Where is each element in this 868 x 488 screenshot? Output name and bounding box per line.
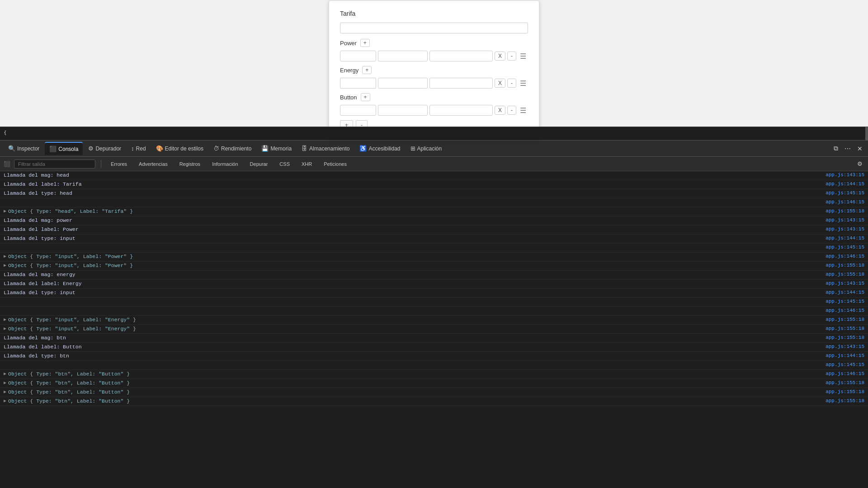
tab-accesibilidad[interactable]: ♿ Accesibilidad (355, 142, 405, 155)
filter-logs[interactable]: Registros (175, 160, 204, 168)
button-input-1[interactable] (340, 105, 376, 116)
expand-arrow[interactable]: ▶ (4, 317, 6, 322)
close-button[interactable]: ✕ (855, 143, 864, 154)
filter-errors[interactable]: Errores (107, 160, 131, 168)
more-button[interactable]: ⋯ (843, 143, 853, 154)
expand-arrow[interactable]: ▶ (4, 371, 6, 376)
expand-arrow[interactable]: ▶ (4, 380, 6, 385)
button-menu-button[interactable]: ☰ (518, 105, 528, 116)
console-source[interactable]: app.js:146:15 (826, 308, 864, 313)
console-object[interactable]: Object { Type: "input", Label: "Power" } (8, 253, 826, 259)
filter-css[interactable]: CSS (275, 160, 294, 168)
console-source[interactable]: app.js:155:18 (826, 326, 864, 331)
tab-memoria[interactable]: 💾 Memoria (257, 142, 296, 155)
energy-x-button[interactable]: X (495, 79, 505, 88)
power-input-1[interactable] (340, 51, 376, 61)
power-menu-button[interactable]: ☰ (518, 51, 528, 61)
button-input-3[interactable] (429, 105, 493, 116)
button-input-2[interactable] (378, 105, 428, 116)
console-row: ▶ Object { Type: "head", Label: "Tarifa"… (0, 207, 868, 216)
power-x-button[interactable]: X (495, 52, 505, 61)
console-object[interactable]: Object { Type: "btn", Label: "Button" } (8, 389, 826, 395)
energy-minus-button[interactable]: - (507, 79, 516, 88)
console-object[interactable]: Object { Type: "head", Label: "Tarifa" } (8, 208, 826, 214)
energy-add-button[interactable]: + (362, 66, 372, 74)
expand-arrow[interactable]: ▶ (4, 253, 6, 259)
console-row: Llamada del mag: head app.js:143:15 (0, 171, 868, 180)
console-source[interactable]: app.js:146:15 (826, 199, 864, 205)
console-message: Llamada del type: btn (4, 353, 826, 359)
filter-xhr[interactable]: XHR (297, 160, 316, 168)
power-input-3[interactable] (429, 51, 493, 61)
power-add-button[interactable]: + (360, 39, 370, 47)
console-source[interactable]: app.js:144:15 (826, 290, 864, 295)
console-source[interactable]: app.js:143:15 (826, 344, 864, 349)
console-source[interactable]: app.js:155:18 (826, 389, 864, 394)
tab-rendimiento[interactable]: ⏱ Rendimiento (209, 142, 256, 155)
button-minus-button[interactable]: - (507, 106, 516, 115)
console-row: app.js:145:15 (0, 244, 868, 253)
console-source[interactable]: app.js:145:15 (826, 190, 864, 196)
console-source[interactable]: app.js:143:15 (826, 172, 864, 178)
console-source[interactable]: app.js:155:18 (826, 398, 864, 404)
rendimiento-icon: ⏱ (213, 145, 219, 152)
scroll-bar[interactable] (865, 127, 868, 140)
energy-input-2[interactable] (378, 78, 428, 89)
console-source[interactable]: app.js:144:15 (826, 181, 864, 187)
tab-almacenamiento[interactable]: 🗄 Almacenamiento (297, 142, 354, 155)
tab-depurador[interactable]: ⚙ Depurador (84, 142, 126, 155)
button-x-button[interactable]: X (495, 106, 505, 115)
console-object[interactable]: Object { Type: "input", Label: "Energy" … (8, 326, 826, 332)
preview-area: Tarifa Power + X - ☰ Energy + X - ☰ (0, 0, 868, 140)
console-filter-input[interactable] (14, 160, 95, 169)
button-section-add-button[interactable]: + (361, 93, 370, 101)
editor-icon: 🎨 (156, 145, 163, 152)
console-row: app.js:146:15 (0, 198, 868, 207)
tab-inspector[interactable]: 🔍 Inspector (4, 142, 44, 155)
energy-input-3[interactable] (429, 78, 493, 89)
console-row: ▶ Object { Type: "btn", Label: "Button" … (0, 388, 868, 397)
console-source[interactable]: app.js:144:15 (826, 353, 864, 358)
console-object[interactable]: Object { Type: "btn", Label: "Button" } (8, 398, 826, 404)
filter-requests[interactable]: Peticiones (320, 160, 351, 168)
form-title-input[interactable] (340, 23, 528, 33)
tab-aplicacion[interactable]: ⊞ Aplicación (406, 142, 447, 155)
expand-arrow[interactable]: ▶ (4, 326, 6, 331)
console-source[interactable]: app.js:155:18 (826, 335, 864, 340)
console-source[interactable]: app.js:155:18 (826, 208, 864, 214)
energy-menu-button[interactable]: ☰ (518, 78, 528, 89)
filter-warnings[interactable]: Advertencias (135, 160, 172, 168)
console-source[interactable]: app.js:146:15 (826, 253, 864, 259)
energy-input-1[interactable] (340, 78, 376, 89)
expand-arrow[interactable]: ▶ (4, 389, 6, 394)
expand-arrow[interactable]: ▶ (4, 263, 6, 268)
console-source[interactable]: app.js:146:15 (826, 371, 864, 376)
console-object[interactable]: Object { Type: "input", Label: "Energy" … (8, 317, 826, 323)
console-source[interactable]: app.js:143:15 (826, 226, 864, 232)
console-source[interactable]: app.js:143:15 (826, 217, 864, 223)
dock-button[interactable]: ⧉ (832, 143, 840, 154)
devtools-tabs-toolbar: 🔍 Inspector ⬛ Consola ⚙ Depurador ↕ Red … (0, 141, 868, 157)
console-source[interactable]: app.js:144:15 (826, 235, 864, 241)
tab-console[interactable]: ⬛ Consola (45, 142, 83, 155)
tab-editor[interactable]: 🎨 Editor de estilos (151, 142, 208, 155)
console-source[interactable]: app.js:155:18 (826, 263, 864, 268)
filter-info[interactable]: Información (208, 160, 242, 168)
power-input-2[interactable] (378, 51, 428, 61)
console-source[interactable]: app.js:145:15 (826, 244, 864, 250)
expand-arrow[interactable]: ▶ (4, 398, 6, 404)
power-minus-button[interactable]: - (507, 52, 516, 61)
console-source[interactable]: app.js:155:18 (826, 272, 864, 277)
console-object[interactable]: Object { Type: "input", Label: "Power" } (8, 263, 826, 268)
settings-button[interactable]: ⚙ (855, 159, 864, 169)
expand-arrow[interactable]: ▶ (4, 208, 6, 214)
console-object[interactable]: Object { Type: "btn", Label: "Button" } (8, 380, 826, 386)
console-object[interactable]: Object { Type: "btn", Label: "Button" } (8, 371, 826, 377)
filter-debug[interactable]: Depurar (246, 160, 272, 168)
console-source[interactable]: app.js:143:15 (826, 281, 864, 286)
console-source[interactable]: app.js:145:15 (826, 299, 864, 304)
tab-red[interactable]: ↕ Red (127, 142, 151, 155)
console-source[interactable]: app.js:155:18 (826, 380, 864, 385)
console-source[interactable]: app.js:155:18 (826, 317, 864, 322)
console-source[interactable]: app.js:145:15 (826, 362, 864, 367)
